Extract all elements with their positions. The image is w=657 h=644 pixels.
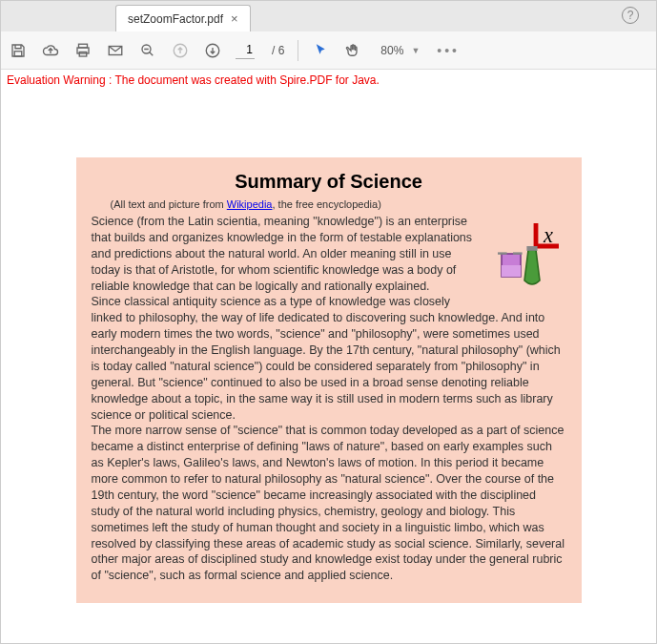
pointer-icon[interactable]: [312, 41, 331, 60]
pdf-page: Summary of Science (All text and picture…: [76, 157, 582, 603]
zoom-select[interactable]: 80% ▼: [377, 44, 423, 57]
paragraph-3: The more narrow sense of "science" that …: [92, 423, 566, 584]
science-icon: x: [490, 216, 566, 292]
page-total: / 6: [272, 44, 284, 57]
zoom-out-icon[interactable]: [138, 41, 157, 60]
subtitle: (All text and picture from Wikipedia, th…: [111, 198, 566, 210]
svg-rect-11: [526, 246, 537, 251]
zoom-value: 80%: [380, 44, 403, 57]
paragraph-2: Since classical antiquity science as a t…: [92, 294, 566, 423]
svg-rect-3: [79, 52, 87, 56]
more-options-icon[interactable]: •••: [437, 43, 460, 58]
divider: [298, 40, 298, 61]
svg-rect-0: [14, 51, 22, 55]
svg-text:x: x: [543, 223, 553, 247]
prev-page-icon[interactable]: [171, 41, 190, 60]
cloud-upload-icon[interactable]: [41, 41, 60, 60]
tab-title: setZoomFactor.pdf: [128, 12, 223, 26]
svg-rect-13: [513, 252, 523, 254]
toolbar: / 6 80% ▼ •••: [1, 31, 656, 70]
document-tab[interactable]: setZoomFactor.pdf ×: [115, 5, 251, 31]
tab-bar: setZoomFactor.pdf × ?: [1, 1, 656, 31]
wikipedia-link[interactable]: Wikipedia: [227, 198, 273, 210]
print-icon[interactable]: [73, 41, 92, 60]
pdf-viewer[interactable]: Summary of Science (All text and picture…: [1, 91, 656, 643]
help-icon[interactable]: ?: [622, 7, 639, 24]
svg-rect-10: [502, 265, 521, 277]
evaluation-warning: Evaluation Warning : The document was cr…: [1, 70, 656, 91]
page-number-input[interactable]: [236, 41, 255, 59]
svg-rect-12: [498, 252, 507, 254]
page-title: Summary of Science: [92, 171, 566, 193]
chevron-down-icon: ▼: [411, 46, 420, 55]
close-icon[interactable]: ×: [231, 11, 238, 26]
mail-icon[interactable]: [106, 41, 125, 60]
save-icon[interactable]: [9, 41, 28, 60]
next-page-icon[interactable]: [203, 41, 222, 60]
hand-icon[interactable]: [344, 41, 363, 60]
